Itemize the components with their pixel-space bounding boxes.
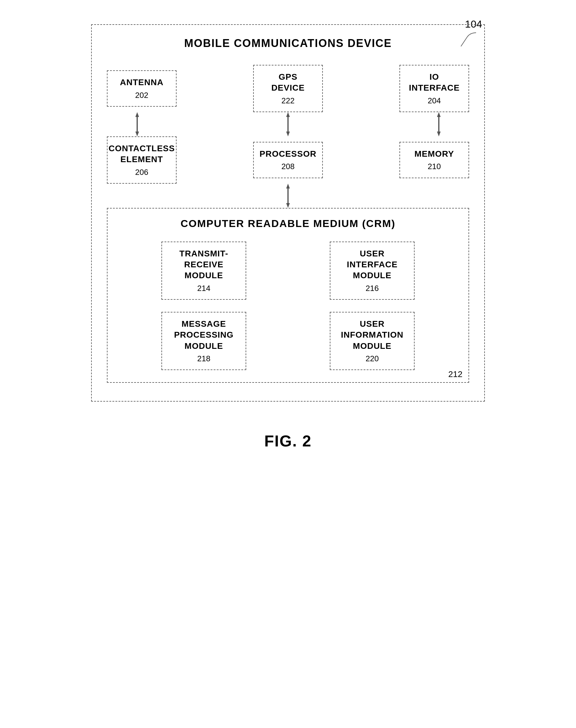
contactless-label: CONTACTLESS ELEMENT xyxy=(109,143,175,165)
processor-box: PROCESSOR 208 xyxy=(253,142,323,178)
svg-marker-0 xyxy=(135,112,139,117)
svg-rect-7 xyxy=(438,117,439,132)
gps-label: GPS DEVICE xyxy=(263,72,313,93)
arrows-row-1 xyxy=(107,112,469,136)
svg-marker-6 xyxy=(437,112,441,117)
svg-marker-9 xyxy=(286,184,290,189)
antenna-ref: 202 xyxy=(135,91,148,100)
antenna-box: ANTENNA 202 xyxy=(107,70,177,107)
page-container: 104 MOBILE COMMUNICATIONS DEVICE ANTENNA… xyxy=(0,0,576,728)
crm-box: COMPUTER READABLE MEDIUM (CRM) TRANSMIT-… xyxy=(107,208,469,383)
double-arrow-1 xyxy=(133,112,142,136)
user-information-ref: 220 xyxy=(366,354,379,363)
message-processing-box: MESSAGE PROCESSING MODULE 218 xyxy=(162,312,246,370)
crm-title: COMPUTER READABLE MEDIUM (CRM) xyxy=(120,218,456,230)
user-information-box: USER INFORMATION MODULE 220 xyxy=(330,312,414,370)
antenna-label: ANTENNA xyxy=(120,77,164,88)
mobile-device-title: MOBILE COMMUNICATIONS DEVICE xyxy=(107,37,469,50)
io-label: IO INTERFACE xyxy=(409,72,460,93)
io-ref: 204 xyxy=(428,96,441,106)
middle-component-row: CONTACTLESS ELEMENT 206 PROCESSOR 208 ME… xyxy=(107,136,469,184)
crm-ref: 212 xyxy=(448,370,462,379)
contactless-box: CONTACTLESS ELEMENT 206 xyxy=(107,136,177,184)
crm-top-row: TRANSMIT- RECEIVE MODULE 214 USER INTERF… xyxy=(120,242,456,300)
processor-label: PROCESSOR xyxy=(260,149,316,159)
svg-rect-4 xyxy=(287,117,289,132)
user-information-label: USER INFORMATION MODULE xyxy=(341,319,403,352)
arrow-gps-processor xyxy=(258,112,318,136)
arrow-antenna-contactless xyxy=(107,112,168,136)
double-arrow-down-center xyxy=(284,184,292,208)
contactless-ref: 206 xyxy=(135,168,148,177)
svg-marker-3 xyxy=(286,112,290,117)
svg-marker-8 xyxy=(437,132,441,136)
transmit-receive-label: TRANSMIT- RECEIVE MODULE xyxy=(171,248,236,281)
double-arrow-3 xyxy=(434,112,443,136)
processor-ref: 208 xyxy=(281,162,294,171)
message-processing-label: MESSAGE PROCESSING MODULE xyxy=(174,319,234,352)
mobile-device-box: MOBILE COMMUNICATIONS DEVICE ANTENNA 202… xyxy=(91,24,485,402)
transmit-receive-box: TRANSMIT- RECEIVE MODULE 214 xyxy=(162,242,246,300)
crm-bottom-row: MESSAGE PROCESSING MODULE 218 USER INFOR… xyxy=(120,312,456,370)
transmit-receive-ref: 214 xyxy=(197,284,210,293)
io-box: IO INTERFACE 204 xyxy=(399,65,469,112)
memory-label: MEMORY xyxy=(414,149,454,159)
user-interface-label: USER INTERFACE MODULE xyxy=(340,248,405,281)
message-processing-ref: 218 xyxy=(197,354,210,363)
svg-marker-11 xyxy=(286,203,290,208)
user-interface-box: USER INTERFACE MODULE 216 xyxy=(330,242,414,300)
svg-rect-1 xyxy=(137,117,138,132)
arrow-io-memory xyxy=(408,112,469,136)
double-arrow-2 xyxy=(284,112,292,136)
svg-marker-5 xyxy=(286,132,290,136)
top-component-row: ANTENNA 202 GPS DEVICE 222 IO INTERFACE … xyxy=(107,65,469,112)
gps-ref: 222 xyxy=(281,96,294,106)
memory-ref: 210 xyxy=(428,162,441,171)
svg-rect-10 xyxy=(287,189,289,203)
user-interface-ref: 216 xyxy=(366,284,379,293)
gps-box: GPS DEVICE 222 xyxy=(253,65,323,112)
svg-marker-2 xyxy=(135,132,139,136)
arrow-processor-crm xyxy=(107,184,469,208)
fig-label: FIG. 2 xyxy=(264,432,312,450)
memory-box: MEMORY 210 xyxy=(399,142,469,178)
